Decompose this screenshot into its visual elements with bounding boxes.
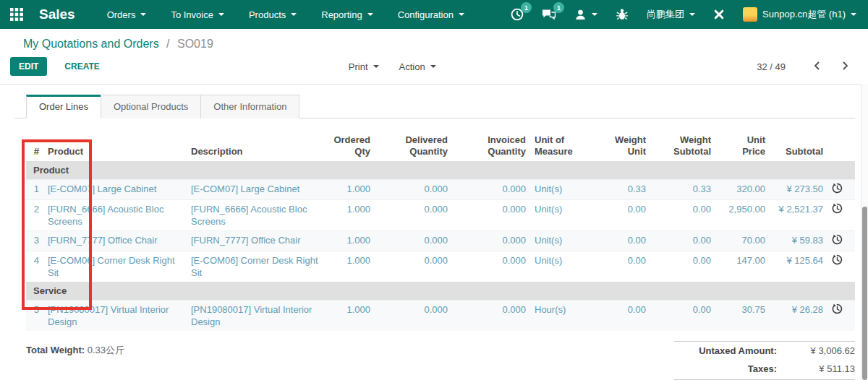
- cell-uom: Hour(s): [530, 301, 592, 332]
- order-line-row[interactable]: 2[FURN_6666] Acoustic Bloc Screens[FURN_…: [26, 200, 855, 231]
- vertical-scrollbar-track: [861, 84, 868, 380]
- column-header-ordered-qty: Ordered Qty: [324, 126, 375, 161]
- user-menu[interactable]: Sunpop.cn超管 (h1): [743, 7, 856, 22]
- vertical-scrollbar-thumb[interactable]: [862, 207, 867, 380]
- menu-configuration[interactable]: Configuration: [398, 9, 464, 20]
- history-clock-icon[interactable]: [832, 203, 843, 214]
- column-header-actions: [827, 126, 855, 161]
- cell-unit-price: 30.75: [715, 301, 770, 332]
- cell-ordered-qty: 1.000: [324, 301, 375, 332]
- order-line-row[interactable]: 3[FURN_7777] Office Chair[FURN_7777] Off…: [26, 231, 855, 251]
- chevron-down-icon: [689, 13, 695, 16]
- history-clock-icon[interactable]: [832, 303, 843, 314]
- messages-button[interactable]: 1: [542, 8, 556, 21]
- user-switch-button[interactable]: [574, 9, 597, 21]
- pager-previous-button[interactable]: [807, 59, 826, 74]
- column-header-product: Product: [43, 126, 187, 161]
- pager-next-button[interactable]: [836, 59, 855, 74]
- edit-button[interactable]: EDIT: [10, 57, 47, 76]
- company-switcher[interactable]: 尚鹏集团: [647, 8, 695, 21]
- top-navbar: Sales OrdersTo InvoiceProductsReportingC…: [0, 0, 868, 29]
- column-header-weight-subtotal: Weight Subtotal: [650, 126, 715, 161]
- total-weight: Total Weight: 0.33公斤: [26, 341, 124, 380]
- cell-product: [PN19080017] Virtual Interior Design: [43, 301, 187, 332]
- tab-optional-products[interactable]: Optional Products: [101, 95, 201, 118]
- chevron-down-icon: [851, 13, 856, 16]
- cell-weight-unit: 0.00: [592, 231, 650, 251]
- activities-button[interactable]: 1: [511, 8, 524, 21]
- cell-num: 3: [26, 231, 43, 251]
- cell-num: 5: [26, 301, 43, 332]
- order-line-row[interactable]: 1[E-COM07] Large Cabinet[E-COM07] Large …: [26, 180, 855, 200]
- cell-subtotal: ¥ 59.83: [770, 231, 827, 251]
- menu-label: Orders: [107, 9, 136, 20]
- activities-badge: 1: [521, 2, 532, 13]
- taxes-row: Taxes: ¥ 511.13: [674, 360, 855, 378]
- menu-to-invoice[interactable]: To Invoice: [171, 9, 224, 20]
- action-label: Action: [399, 61, 425, 72]
- chevron-down-icon: [218, 13, 224, 16]
- menu-label: Products: [249, 9, 286, 20]
- chevron-down-icon: [430, 65, 436, 68]
- tab-other-information[interactable]: Other Information: [200, 95, 299, 118]
- cell-num: 2: [26, 200, 43, 231]
- order-line-row[interactable]: 5[PN19080017] Virtual Interior Design[PN…: [26, 301, 855, 332]
- cell-price-history[interactable]: [827, 251, 855, 282]
- total-weight-label: Total Weight:: [26, 345, 85, 355]
- menu-orders[interactable]: Orders: [107, 9, 147, 20]
- cell-weight-subtotal: 0.00: [650, 251, 715, 282]
- history-clock-icon[interactable]: [832, 254, 843, 265]
- cell-description: [E-COM06] Corner Desk Right Sit: [187, 251, 324, 282]
- user-avatar: [743, 7, 757, 22]
- chevron-left-icon: [813, 61, 820, 71]
- untaxed-amount-value: ¥ 3,006.62: [777, 345, 855, 356]
- column-header-weight-unit: Weight Unit: [592, 126, 650, 161]
- column-header-description: Description: [187, 126, 324, 161]
- chevron-down-icon: [459, 13, 464, 16]
- cell-subtotal: ¥ 26.28: [770, 301, 827, 332]
- cell-delivered-qty: 0.000: [375, 301, 452, 332]
- cell-ordered-qty: 1.000: [324, 251, 375, 282]
- action-menu[interactable]: Action: [399, 61, 436, 72]
- order-line-row[interactable]: 4[E-COM06] Corner Desk Right Sit[E-COM06…: [26, 251, 855, 282]
- breadcrumb-current: SO019: [177, 38, 213, 50]
- app-brand[interactable]: Sales: [39, 7, 75, 22]
- cell-weight-unit: 0.33: [592, 180, 650, 200]
- history-clock-icon[interactable]: [832, 183, 843, 194]
- cell-unit-price: 147.00: [715, 251, 770, 282]
- history-clock-icon[interactable]: [832, 234, 843, 245]
- cell-price-history[interactable]: [827, 180, 855, 200]
- cell-invoiced-qty: 0.000: [452, 200, 530, 231]
- menu-reporting[interactable]: Reporting: [321, 9, 373, 20]
- tab-order-lines[interactable]: Order Lines: [26, 95, 101, 118]
- taxes-value: ¥ 511.13: [777, 363, 855, 374]
- cell-product: [E-COM06] Corner Desk Right Sit: [43, 251, 187, 282]
- column-header-number: #: [26, 126, 43, 161]
- order-lines-section: #ProductDescriptionOrdered QtyDelivered …: [26, 126, 855, 331]
- tools-button[interactable]: [713, 9, 725, 20]
- pager-value[interactable]: 32 / 49: [757, 61, 786, 72]
- chevron-down-icon: [140, 13, 146, 16]
- create-button[interactable]: CREATE: [60, 61, 103, 72]
- menu-products[interactable]: Products: [249, 9, 297, 20]
- column-header-subtotal: Subtotal: [770, 126, 827, 161]
- print-menu[interactable]: Print: [349, 61, 379, 72]
- chevron-right-icon: [842, 61, 849, 71]
- order-totals: Untaxed Amount: ¥ 3,006.62 Taxes: ¥ 511.…: [674, 341, 855, 380]
- chevron-down-icon: [592, 13, 597, 16]
- cell-uom: Unit(s): [530, 251, 592, 282]
- cell-subtotal: ¥ 125.64: [770, 251, 827, 282]
- cell-unit-price: 320.00: [715, 180, 770, 200]
- cell-ordered-qty: 1.000: [324, 180, 375, 200]
- cell-delivered-qty: 0.000: [375, 251, 452, 282]
- cell-price-history[interactable]: [827, 200, 855, 231]
- cell-price-history[interactable]: [827, 231, 855, 251]
- debug-button[interactable]: [616, 8, 629, 21]
- cell-num: 4: [26, 251, 43, 282]
- cell-unit-price: 70.00: [715, 231, 770, 251]
- cell-price-history[interactable]: [827, 301, 855, 332]
- order-lines-table: #ProductDescriptionOrdered QtyDelivered …: [26, 126, 855, 331]
- breadcrumb-parent-link[interactable]: My Quotations and Orders: [23, 38, 159, 50]
- messages-badge: 1: [553, 2, 564, 13]
- apps-grid-icon[interactable]: [0, 0, 33, 29]
